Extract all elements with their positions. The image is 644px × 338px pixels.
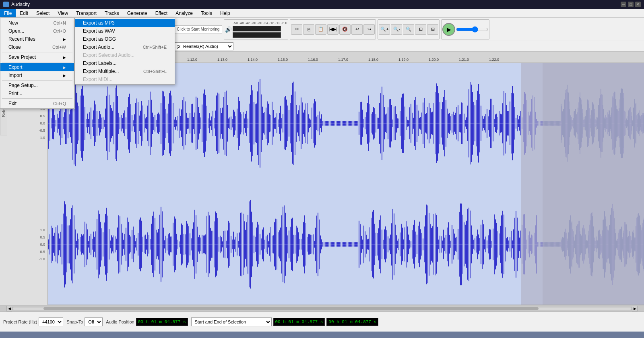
track-y-max-2: 1.0 (1, 228, 47, 232)
track-y-mid-neg-2: -0.5 (1, 250, 47, 254)
play-controls: ▶ (441, 19, 489, 39)
menubar: File Edit Select View Transport Tracks G… (0, 9, 644, 18)
menu-effect[interactable]: Effect (151, 9, 171, 17)
scroll-left-arrow[interactable]: ◀ (6, 306, 12, 311)
export-selected-audio[interactable]: Export Selected Audio... (75, 51, 175, 59)
main-area: 1:06.0 1:07.0 1:08.0 1:09.0 1:10.0 1:11.… (0, 52, 644, 311)
speaker-output-meter: 🔊 -50-48-42-36-30-24-18-12-60 (224, 19, 288, 39)
scroll-right-arrow[interactable]: ▶ (632, 306, 638, 311)
menu-help[interactable]: Help (216, 9, 234, 17)
track-y-mid-neg: -0.5 (1, 129, 47, 133)
speaker-meter-bar (233, 26, 281, 31)
snap-to-label: Snap-To (66, 319, 83, 324)
audio-position-display: 00 h 01 m 04.877 s (136, 318, 188, 326)
menu-print[interactable]: Print... (0, 89, 74, 97)
menu-export[interactable]: Export ▶ (0, 63, 74, 71)
zoom-fit-button[interactable]: ⊡ (415, 24, 426, 35)
redo-button[interactable]: ↪ (363, 24, 375, 35)
zoom-out-button[interactable]: 🔍- (391, 24, 402, 35)
menu-recent-files[interactable]: Recent Files ▶ (0, 35, 74, 43)
dark-region-top (521, 63, 644, 184)
minimize-button[interactable]: ─ (621, 2, 626, 7)
menu-save-project[interactable]: Save Project ▶ (0, 53, 74, 61)
export-dropdown: Export as MP3 Export as WAV Export as OG… (74, 18, 175, 85)
horizontal-scrollbar: ◀ ▶ (0, 305, 644, 311)
zoom-in-button[interactable]: 🔍+ (379, 24, 390, 35)
menu-file[interactable]: File (0, 9, 16, 17)
project-rate-group: Project Rate (Hz) 44100 (3, 317, 63, 326)
export-multiple[interactable]: Export Multiple... Ctrl+Shift+L (75, 67, 175, 75)
selection-range-group: Start and End of Selection 00 h 01 m 04.… (191, 317, 379, 326)
menu-generate[interactable]: Generate (123, 9, 151, 17)
menu-edit[interactable]: Edit (16, 9, 32, 17)
export-mp3[interactable]: Export as MP3 (75, 19, 175, 27)
separator-1 (2, 52, 72, 52)
snap-to-group: Snap-To Off (66, 317, 103, 326)
file-dropdown: New Ctrl+N Open... Ctrl+O Recent Files ▶… (0, 18, 74, 109)
waveform-area (48, 63, 644, 305)
maximize-button[interactable]: □ (628, 2, 634, 7)
selection-end-display: 00 h 01 m 04.877 s (326, 318, 378, 326)
window-title: Audacity (11, 2, 621, 7)
titlebar: Audacity ─ □ ✕ (0, 0, 644, 9)
dark-region-bottom (521, 184, 644, 305)
track-y-min: -1.0 (1, 136, 47, 140)
copy-button[interactable]: ⎘ (303, 24, 314, 35)
audio-position-label: Audio Position (106, 319, 134, 324)
audio-position-group: Audio Position 00 h 01 m 04.877 s (106, 318, 188, 326)
menu-exit[interactable]: Exit Ctrl+Q (0, 100, 74, 108)
export-labels[interactable]: Export Labels... (75, 59, 175, 67)
trim-button[interactable]: |◀▶| (327, 24, 339, 35)
menu-open[interactable]: Open... Ctrl+O (0, 27, 74, 35)
track-bottom-label-area: 1.0 0.5 0.0 -0.5 -1.0 (0, 184, 47, 305)
speaker-meter-bar-2 (233, 32, 281, 38)
paste-button[interactable]: 📋 (315, 24, 326, 35)
zoom-fit-vertical[interactable]: ⊞ (427, 24, 438, 35)
menu-tools[interactable]: Tools (197, 9, 216, 17)
menu-view[interactable]: View (54, 9, 72, 17)
snap-to-select[interactable]: Off (85, 317, 103, 326)
monitor-text[interactable]: Click to Start Monitoring (174, 25, 222, 33)
export-ogg[interactable]: Export as OGG (75, 35, 175, 43)
menu-analyze[interactable]: Analyze (171, 9, 197, 17)
track-y-min-2: -1.0 (1, 257, 47, 261)
menu-select[interactable]: Select (32, 9, 54, 17)
menu-close[interactable]: Close Ctrl+W (0, 43, 74, 51)
export-midi[interactable]: Export MIDI... (75, 75, 175, 83)
track-y-mid-pos-2: 0.5 (1, 235, 47, 239)
scrollbar-thumb[interactable] (43, 307, 539, 310)
tracks-area: 1.0 0.5 0.0 -0.5 -1.0 1.0 0.5 0.0 -0.5 -… (0, 63, 644, 305)
silence-button[interactable]: 🔇 (339, 24, 351, 35)
selection-mode-select[interactable]: Start and End of Selection (191, 317, 272, 326)
separator-3 (2, 80, 72, 81)
play-button[interactable]: ▶ (442, 23, 455, 36)
project-rate-select[interactable]: 44100 (39, 317, 63, 326)
menu-import[interactable]: Import ▶ (0, 71, 74, 79)
separator-2 (2, 62, 72, 62)
cut-button[interactable]: ✂ (291, 24, 302, 35)
track-y-mid-pos: 0.5 (1, 114, 47, 118)
app-icon (3, 2, 9, 7)
zoom-normal-button[interactable]: 🔍 (403, 24, 414, 35)
export-wav[interactable]: Export as WAV (75, 27, 175, 35)
selection-start-display: 00 h 01 m 04.877 s (273, 318, 325, 326)
speaker-icon: 🔊 (225, 26, 232, 33)
waveform-track-bottom (48, 184, 644, 305)
menu-transport[interactable]: Transport (72, 9, 101, 17)
export-audio[interactable]: Export Audio... Ctrl+Shift+E (75, 43, 175, 51)
track-y-zero-1: 0.0 (1, 121, 47, 125)
separator-4 (2, 98, 72, 99)
statusbar: Project Rate (Hz) 44100 Snap-To Off Audi… (0, 311, 644, 332)
track-y-zero-2: 0.0 (1, 243, 47, 247)
zoom-controls: 🔍+ 🔍- 🔍 ⊡ ⊞ (378, 19, 440, 39)
edit-tools: ✂ ⎘ 📋 |◀▶| 🔇 ↩ ↪ (290, 19, 376, 39)
undo-button[interactable]: ↩ (351, 24, 363, 35)
close-button[interactable]: ✕ (635, 2, 641, 7)
scrollbar-track[interactable] (12, 307, 632, 310)
menu-new[interactable]: New Ctrl+N (0, 19, 74, 27)
menu-tracks[interactable]: Tracks (101, 9, 123, 17)
window-controls: ─ □ ✕ (621, 2, 641, 7)
menu-page-setup[interactable]: Page Setup... (0, 81, 74, 89)
project-rate-label: Project Rate (Hz) (3, 319, 37, 324)
playback-speed-slider[interactable] (456, 27, 488, 32)
